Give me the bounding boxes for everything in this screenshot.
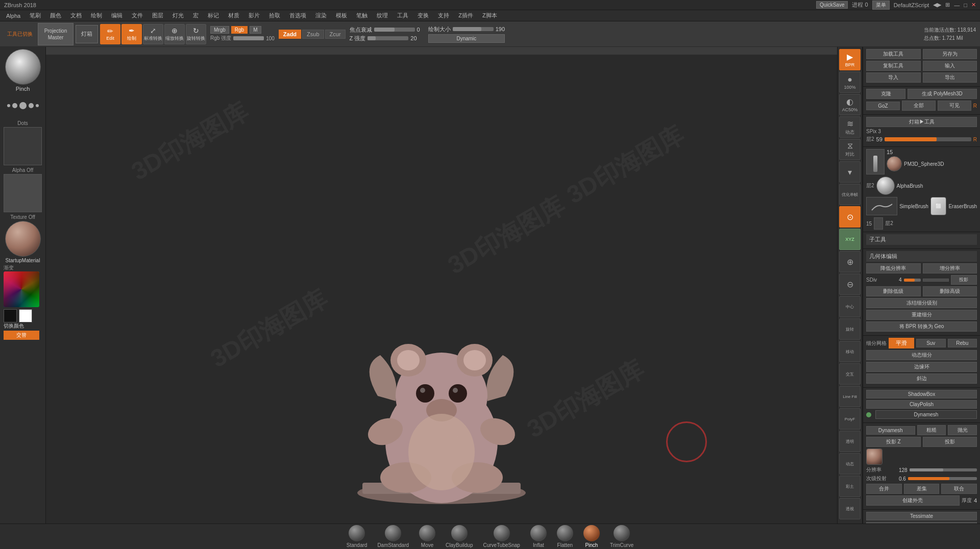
rgb-intensity-slider[interactable] [233, 36, 264, 40]
dynamic-subdiv-button[interactable]: 动态细分 [866, 350, 977, 360]
union-button[interactable]: 联合 [941, 484, 977, 494]
window-maximize[interactable]: □ [964, 2, 967, 8]
window-close[interactable]: ✕ [971, 2, 976, 8]
goz-button[interactable]: GoZ [866, 102, 900, 110]
scale-button[interactable]: ⊕ 缩放转换 [164, 24, 185, 44]
bottom-tool-claybuildup[interactable]: ClayBuildup [443, 524, 476, 549]
edge-loop-button[interactable]: 边缘环 [866, 362, 977, 372]
create-outer-button[interactable]: 创建外壳 [866, 495, 960, 506]
gyro-button[interactable]: ⊙ [839, 206, 861, 228]
alpha-off-box[interactable] [4, 127, 42, 165]
reconstruct-button[interactable]: 重建细分 [866, 310, 977, 320]
menu-item-首选项[interactable]: 首选项 [285, 11, 310, 20]
window-grid[interactable]: ⊞ [945, 2, 950, 8]
focal-shift-slider[interactable] [374, 28, 415, 32]
lower-subdiv-button[interactable]: 降低分辨率 [866, 263, 921, 273]
menu-item-变换[interactable]: 变换 [413, 11, 433, 20]
simple-brush-preview[interactable] [866, 197, 897, 215]
zremesher-button[interactable]: ZRemesher [866, 522, 977, 523]
menu-item-渲染[interactable]: 渲染 [311, 11, 331, 20]
menu-item-支持[interactable]: 支持 [434, 11, 453, 20]
bottom-tool-standard[interactable]: Standard [344, 524, 371, 549]
freeze-subdiv-button[interactable]: 冻结细分级别 [866, 298, 977, 308]
interact-button[interactable]: 交互 [839, 363, 861, 385]
bottom-tool-pinch[interactable]: Pinch [580, 524, 603, 549]
color-wheel[interactable] [4, 271, 39, 307]
rotate-button[interactable]: ↻ 旋转转换 [186, 24, 206, 44]
clone-button[interactable]: 克隆 [866, 89, 905, 99]
glossy-button[interactable]: 抛光 [948, 425, 977, 435]
canvas-area[interactable]: 3D印海图库 3D印海图库 3D印海图库 3D印海图库 3D印海图库 [46, 47, 837, 523]
bottom-tool-flatten[interactable]: Flatten [554, 524, 576, 549]
100pct-button[interactable]: ● 100% [839, 71, 861, 93]
file-import-button[interactable]: 导入 [866, 72, 921, 83]
menu-item-图层[interactable]: 图层 [148, 11, 167, 20]
bottom-tool-curvetubesnap[interactable]: CurveTubeSnap [480, 524, 523, 549]
menu-item-工具[interactable]: 工具 [393, 11, 412, 20]
quicksave-button[interactable]: QuickSave [816, 1, 848, 9]
menu-button[interactable]: 菜单 [872, 1, 890, 10]
projection-button[interactable]: 投影 [923, 437, 977, 447]
bpr-to-geo-button[interactable]: 将 BPR 转换为 Geo [866, 321, 977, 332]
zoom-in-button[interactable]: ⊕ [839, 251, 861, 272]
sdiv-input-button[interactable] [923, 279, 949, 282]
bevel-button[interactable]: 斜边 [866, 373, 977, 384]
black-swatch[interactable] [4, 309, 17, 322]
draw-size-slider[interactable] [453, 27, 494, 31]
export-button[interactable]: 导出 [923, 72, 977, 83]
optimize-button[interactable]: 优化单帧 [839, 184, 861, 205]
menu-item-笔刷[interactable]: 笔刷 [26, 11, 45, 20]
small-brush-preview[interactable] [874, 217, 883, 230]
material3-button[interactable]: 动态 [839, 453, 861, 475]
texture-proj-button[interactable]: 投影 Z [866, 437, 921, 447]
copy-tool-button[interactable]: 复制工具 [866, 61, 921, 71]
arrow-down-button[interactable]: ▾ [839, 161, 861, 183]
alpha-sphere-preview[interactable] [876, 177, 895, 195]
zcur-button[interactable]: Zcur [325, 30, 346, 39]
coarse-button[interactable]: 粗糙 [917, 425, 946, 435]
sdiv-slider[interactable] [904, 279, 921, 282]
material-sphere[interactable] [5, 221, 41, 257]
menu-item-拾取[interactable]: 拾取 [265, 11, 284, 20]
m-button[interactable]: M [250, 26, 261, 34]
edit-button[interactable]: ✏ Edit [100, 24, 120, 44]
menu-item-标记[interactable]: 标记 [204, 11, 223, 20]
linefill-button[interactable]: Line Fill [839, 386, 861, 407]
sdiv-apply-button[interactable]: 投影 [951, 275, 977, 285]
bottom-tool-trimcurve[interactable]: TrimCurve [607, 524, 636, 549]
menu-item-Z插件[interactable]: Z插件 [454, 11, 477, 20]
save-as-button[interactable]: 另存为 [923, 49, 977, 59]
menu-item-宏[interactable]: 宏 [189, 11, 203, 20]
next-proj-slider[interactable] [908, 477, 977, 480]
compare-button[interactable]: ⧖ 对比 [839, 139, 861, 160]
exchange-button[interactable]: 交替 [4, 331, 39, 340]
menu-item-灯光[interactable]: 灯光 [168, 11, 188, 20]
bpr-button[interactable]: ▶ BPR [839, 49, 861, 70]
mrgb-button[interactable]: Mrgb [210, 26, 229, 34]
menu-item-颜色[interactable]: 颜色 [46, 11, 65, 20]
increase-subdiv-button[interactable]: 增分辨率 [923, 263, 977, 273]
zadd-button[interactable]: Zadd [279, 30, 301, 39]
menu-item-绘制[interactable]: 绘制 [87, 11, 106, 20]
menu-item-Z脚本[interactable]: Z脚本 [478, 11, 501, 20]
menu-item-纹理[interactable]: 纹理 [373, 11, 392, 20]
del-higher-button[interactable]: 删除高级 [923, 286, 977, 296]
difference-button[interactable]: 差集 [904, 484, 940, 494]
bottom-tool-move[interactable]: Move [416, 524, 438, 549]
shadowbox-button[interactable]: ShadowBox [866, 390, 977, 398]
rebuild-button[interactable]: Rebu [948, 339, 977, 347]
menu-item-模板[interactable]: 模板 [332, 11, 351, 20]
dynamesh2-button[interactable]: Dynamesh [866, 426, 915, 435]
transparent-button[interactable]: 透明 [839, 431, 861, 452]
lamp-tool-button[interactable]: 灯箱▶工具 [866, 117, 977, 127]
z-intensity-slider[interactable] [368, 36, 408, 40]
standard-transform-button[interactable]: ⤢ 标准转换 [143, 24, 163, 44]
menu-item-笔触[interactable]: 笔触 [352, 11, 372, 20]
menu-item-文件[interactable]: 文件 [128, 11, 147, 20]
merge-button[interactable]: 合并 [866, 484, 902, 494]
white-swatch[interactable] [19, 309, 32, 322]
texture-off-box[interactable] [4, 174, 42, 212]
window-minimize[interactable]: — [954, 2, 960, 8]
rotate-view-button[interactable]: 旋转 [839, 318, 861, 340]
lightbox-button[interactable]: 灯箱 [76, 25, 98, 43]
